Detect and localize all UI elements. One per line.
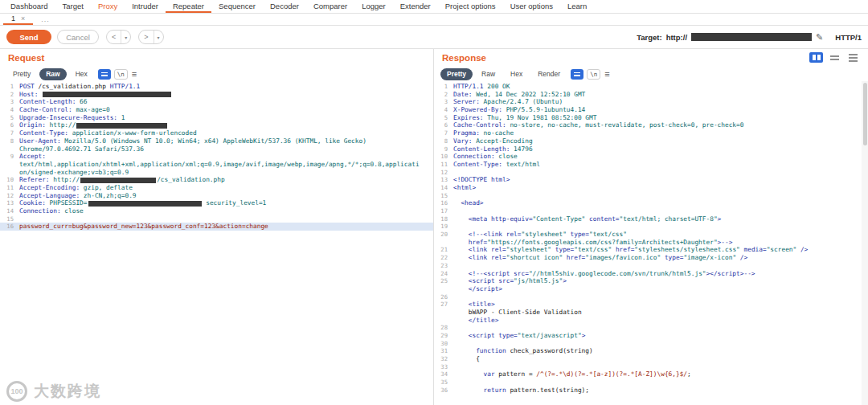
response-line[interactable]: 31 function check_password(string) <box>434 347 868 355</box>
response-tab-hex[interactable]: Hex <box>504 68 529 80</box>
newline-toggle-icon[interactable]: \n <box>114 69 128 80</box>
response-line[interactable]: 23 <box>434 262 868 270</box>
layout-columns-icon[interactable] <box>809 52 823 63</box>
menubar-item-sequencer[interactable]: Sequencer <box>211 0 263 13</box>
response-tab-render[interactable]: Render <box>531 68 567 80</box>
response-line[interactable]: </title> <box>434 317 868 325</box>
response-line[interactable]: bWAPP - Client-Side Validation <box>434 309 868 317</box>
layout-rows-icon[interactable] <box>828 52 841 63</box>
menubar-item-user-options[interactable]: User options <box>503 0 560 13</box>
editor-menu-icon[interactable]: ≡ <box>132 70 137 79</box>
close-icon[interactable]: × <box>21 14 25 22</box>
response-line[interactable]: 7Pragma: no-cache <box>434 129 868 137</box>
menubar-item-intruder[interactable]: Intruder <box>125 0 166 13</box>
edit-pencil-icon[interactable]: ✎ <box>816 32 823 43</box>
request-tab-raw[interactable]: Raw <box>39 68 66 80</box>
response-line[interactable]: 18 <meta http-equiv="Content-Type" conte… <box>434 215 868 223</box>
response-line[interactable]: 14<html> <box>434 184 868 192</box>
request-line[interactable]: on/signed-exchange;v=b3;q=0.9 <box>0 169 433 177</box>
response-line[interactable]: 9Content-Length: 14796 <box>434 145 868 153</box>
response-line[interactable]: 10Connection: close <box>434 153 868 161</box>
chevron-down-icon[interactable]: ▾ <box>121 31 130 43</box>
response-line[interactable]: 36 return pattern.test(string); <box>434 387 868 395</box>
scrollbar[interactable] <box>862 81 868 405</box>
response-line[interactable]: 4X-Powered-By: PHP/5.5.9-1ubuntu4.14 <box>434 106 868 114</box>
menubar-item-project-options[interactable]: Project options <box>438 0 503 13</box>
menubar-item-logger[interactable]: Logger <box>354 0 393 13</box>
scrollbar-thumb[interactable] <box>863 83 867 145</box>
request-line[interactable]: 13Cookie: PHPSESSID= security_level=1 <box>0 199 433 207</box>
editor-display-settings-icon[interactable] <box>571 69 583 80</box>
response-line[interactable]: 28 <box>434 324 868 332</box>
response-line[interactable]: 21 <link rel="stylesheet" type="text/css… <box>434 246 868 254</box>
send-button[interactable]: Send <box>6 30 51 44</box>
response-line[interactable]: 25 <script src="js/html5.js"> <box>434 277 868 285</box>
response-line[interactable]: 22 <link rel="shortcut icon" href="image… <box>434 254 868 262</box>
response-line[interactable]: 32 { <box>434 355 868 363</box>
response-line[interactable]: 27 <title> <box>434 301 868 309</box>
cancel-button[interactable]: Cancel <box>57 30 99 44</box>
response-line[interactable]: 20 <!--<link rel="stylesheet" type="text… <box>434 231 868 239</box>
request-line[interactable]: 2Host: <box>0 91 433 99</box>
request-line[interactable]: 10Referer: http:///cs_validation.php <box>0 176 433 184</box>
newline-toggle-icon[interactable]: \n <box>587 69 600 80</box>
request-tab-hex[interactable]: Hex <box>69 68 94 80</box>
response-tab-raw[interactable]: Raw <box>475 68 502 80</box>
request-line[interactable]: 3Content-Length: 66 <box>0 98 433 106</box>
menubar-item-proxy[interactable]: Proxy <box>91 0 125 13</box>
response-line[interactable]: 19 <box>434 223 868 231</box>
response-editor[interactable]: 1HTTP/1.1 200 OK2Date: Wed, 14 Dec 2022 … <box>434 81 868 405</box>
response-line[interactable]: 5Expires: Thu, 19 Nov 1981 08:52:00 GMT <box>434 114 868 122</box>
request-tab-pretty[interactable]: Pretty <box>6 68 37 80</box>
request-line[interactable]: text/html,application/xhtml+xml,applicat… <box>0 161 433 169</box>
editor-menu-icon[interactable]: ≡ <box>604 70 609 79</box>
response-line[interactable]: 16 <head> <box>434 199 868 207</box>
response-line[interactable]: 15 <box>434 192 868 200</box>
history-back-button[interactable]: < ▾ <box>106 30 131 44</box>
response-line[interactable]: 29 <script type="text/javascript"> <box>434 332 868 340</box>
request-line[interactable]: 11Accept-Encoding: gzip, deflate <box>0 184 433 192</box>
request-editor[interactable]: 1POST /cs_validation.php HTTP/1.12Host: … <box>0 81 433 405</box>
response-line[interactable]: 3Server: Apache/2.4.7 (Ubuntu) <box>434 98 868 106</box>
response-line[interactable]: 2Date: Wed, 14 Dec 2022 12:52:10 GMT <box>434 91 868 99</box>
forward-arrow-icon[interactable]: > <box>139 31 153 43</box>
response-line[interactable]: 30 <box>434 340 868 348</box>
editor-display-settings-icon[interactable] <box>98 69 111 80</box>
request-line[interactable]: 6Origin: http:// <box>0 121 433 129</box>
request-line[interactable]: 12Accept-Language: zh-CN,zh;q=0.9 <box>0 192 433 200</box>
menubar-item-decoder[interactable]: Decoder <box>263 0 306 13</box>
menubar-item-target[interactable]: Target <box>55 0 90 13</box>
request-line[interactable]: 7Content-Type: application/x-www-form-ur… <box>0 129 433 137</box>
response-line[interactable]: 1HTTP/1.1 200 OK <box>434 83 868 91</box>
menubar-item-repeater[interactable]: Repeater <box>166 0 211 13</box>
response-line[interactable]: 13<!DOCTYPE html> <box>434 176 868 184</box>
more-tabs-button[interactable]: ... <box>33 14 58 25</box>
response-line[interactable]: 34 var pattern = /^(?=.*\d)(?=.*[a-z])(?… <box>434 370 868 378</box>
response-line[interactable]: 33 <box>434 363 868 371</box>
menubar-item-learn[interactable]: Learn <box>560 0 594 13</box>
menubar-item-comparer[interactable]: Comparer <box>306 0 354 13</box>
response-line[interactable]: 26 <box>434 293 868 301</box>
request-line[interactable]: 1POST /cs_validation.php HTTP/1.1 <box>0 83 433 91</box>
request-line[interactable]: 14Connection: close <box>0 207 433 215</box>
request-line[interactable]: 15 <box>0 215 433 223</box>
http-version-label[interactable]: HTTP/1 <box>835 33 862 42</box>
response-line[interactable]: 35 <box>434 378 868 387</box>
response-tab-pretty[interactable]: Pretty <box>440 68 473 80</box>
response-line[interactable]: 12 <box>434 169 868 177</box>
repeater-tab-1[interactable]: 1 × <box>3 14 33 25</box>
menubar-item-extender[interactable]: Extender <box>393 0 438 13</box>
history-forward-button[interactable]: > ▾ <box>138 30 163 44</box>
chevron-down-icon[interactable]: ▾ <box>154 31 163 43</box>
response-line[interactable]: 6Cache-Control: no-store, no-cache, must… <box>434 121 868 129</box>
request-line[interactable]: Chrome/97.0.4692.71 Safari/537.36 <box>0 145 433 153</box>
back-arrow-icon[interactable]: < <box>107 31 121 43</box>
response-line[interactable]: href="https://fonts.googleapis.com/css?f… <box>434 239 868 247</box>
request-line[interactable]: 8User-Agent: Mozilla/5.0 (Windows NT 10.… <box>0 137 433 145</box>
request-line[interactable]: 16password_curr=bug&password_new=123&pas… <box>0 223 433 231</box>
menubar-item-dashboard[interactable]: Dashboard <box>3 0 55 13</box>
response-line[interactable]: 17 <box>434 207 868 215</box>
request-line[interactable]: 5Upgrade-Insecure-Requests: 1 <box>0 114 433 122</box>
response-line[interactable]: 11Content-Type: text/html <box>434 161 868 169</box>
request-line[interactable]: 9Accept: <box>0 153 433 161</box>
